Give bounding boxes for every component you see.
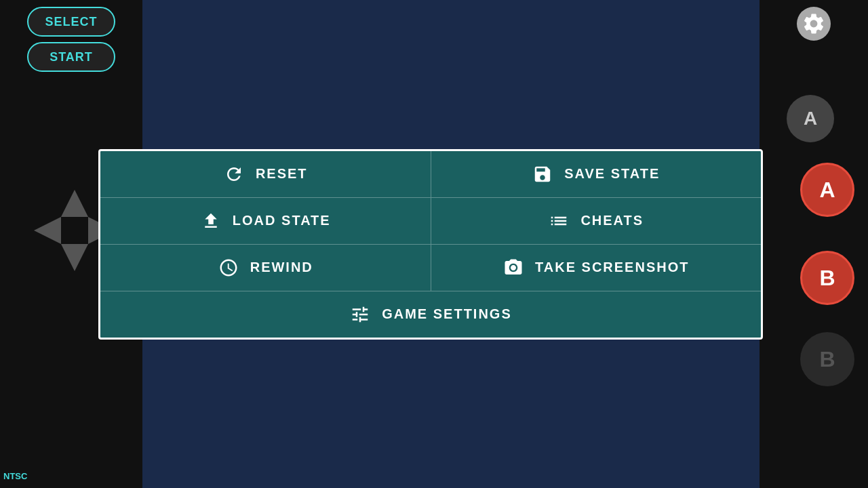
b-button-ghost[interactable]: B (800, 332, 854, 386)
cheats-icon (548, 210, 570, 232)
a-button-top[interactable]: A (787, 95, 834, 142)
a-button[interactable]: A (800, 163, 854, 217)
reset-label: RESET (256, 166, 308, 182)
reset-icon (223, 163, 245, 185)
save-icon (532, 163, 553, 185)
save-state-button[interactable]: SAVE STATE (431, 151, 762, 197)
game-menu-dialog: RESET SAVE STATE LOAD STATE (98, 149, 763, 340)
ntsc-label: NTSC (3, 471, 27, 481)
load-state-button[interactable]: LOAD STATE (100, 198, 431, 244)
menu-row-4: GAME SETTINGS (100, 291, 761, 338)
cheats-button[interactable]: CHEATS (431, 198, 762, 244)
dpad-up[interactable] (61, 190, 88, 217)
menu-row-2: LOAD STATE CHEATS (100, 198, 761, 245)
select-button[interactable]: SELECT (27, 7, 115, 37)
dpad-left[interactable] (34, 217, 61, 244)
rewind-label: REWIND (250, 260, 313, 275)
rewind-button[interactable]: REWIND (100, 245, 431, 291)
right-controller-panel: A A B B (760, 0, 868, 488)
rewind-icon (218, 257, 239, 279)
load-icon (200, 210, 222, 232)
save-state-label: SAVE STATE (564, 166, 660, 182)
menu-row-3: REWIND TAKE SCREENSHOT (100, 245, 761, 291)
screenshot-icon (502, 257, 524, 279)
settings-gear-button[interactable] (797, 7, 831, 41)
settings-sliders-icon (349, 304, 371, 325)
b-button[interactable]: B (800, 251, 854, 305)
take-screenshot-button[interactable]: TAKE SCREENSHOT (431, 245, 762, 291)
game-settings-button[interactable]: GAME SETTINGS (100, 291, 761, 338)
dpad-down[interactable] (61, 244, 88, 271)
menu-row-1: RESET SAVE STATE (100, 151, 761, 198)
start-button[interactable]: START (27, 42, 115, 72)
cheats-label: CHEATS (580, 213, 644, 228)
take-screenshot-label: TAKE SCREENSHOT (535, 260, 689, 275)
reset-button[interactable]: RESET (100, 151, 431, 197)
load-state-label: LOAD STATE (233, 213, 331, 228)
game-settings-label: GAME SETTINGS (382, 306, 512, 322)
